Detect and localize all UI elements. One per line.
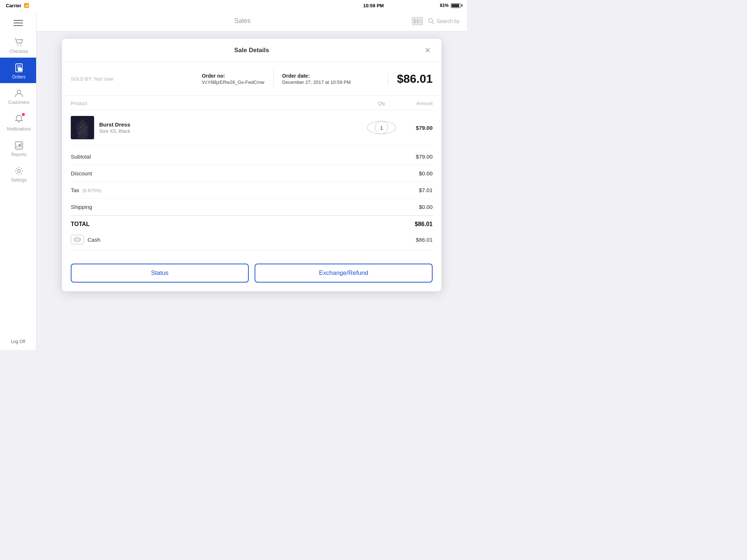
content-area: Sales <box>36 11 467 350</box>
tax-label: Tax (8.875%) <box>71 187 101 193</box>
notification-icon-wrapper <box>14 114 24 125</box>
logoff-button[interactable]: Log Off <box>11 333 25 350</box>
total-value: $86.01 <box>415 221 433 228</box>
wifi-icon: 📶 <box>24 3 29 8</box>
notification-dot <box>22 113 25 116</box>
svg-point-32 <box>84 129 85 130</box>
product-table: Product Qty Amount <box>62 96 441 145</box>
svg-point-36 <box>85 127 85 127</box>
summary-section: Subtotal $79.00 Discount $0.00 Tax (8.87… <box>62 145 441 256</box>
svg-marker-27 <box>76 118 89 139</box>
svg-point-8 <box>17 90 21 94</box>
battery-percentage: 81% <box>440 3 449 8</box>
page-title: Sales <box>73 17 412 25</box>
cash-icon <box>71 235 84 244</box>
product-details: Burst Dress Size XS, Black <box>99 121 130 134</box>
svg-line-26 <box>432 22 434 24</box>
status-bar-time: 10:59 PM <box>363 3 384 8</box>
order-total-amount: $86.01 <box>388 72 433 86</box>
sidebar-item-notifications[interactable]: Notifications <box>0 109 36 135</box>
status-bar-left: Carrier 📶 <box>6 3 29 8</box>
customers-label: Customers <box>8 100 29 105</box>
settings-icon <box>14 166 24 176</box>
notifications-label: Notifications <box>7 127 31 132</box>
main-content: Sale Details ✕ SOLD BY: Test User Order … <box>36 31 467 350</box>
discount-row: Discount $0.00 <box>71 165 433 182</box>
modal-header: Sale Details ✕ <box>62 39 441 62</box>
action-buttons: Status Exchange/Refund <box>62 256 441 291</box>
subtotal-row: Subtotal $79.00 <box>71 148 433 165</box>
total-row: TOTAL $86.01 <box>71 215 433 231</box>
svg-point-25 <box>429 19 433 23</box>
svg-point-34 <box>83 132 84 132</box>
product-image <box>73 117 92 139</box>
subtotal-label: Subtotal <box>71 153 91 160</box>
svg-point-33 <box>81 131 82 132</box>
status-bar: Carrier 📶 10:59 PM 81% <box>0 0 467 11</box>
svg-point-31 <box>82 125 83 126</box>
tax-rate: (8.875%) <box>82 188 102 193</box>
search-icon <box>428 18 434 24</box>
order-info-row: SOLD BY: Test User Order no: VcY6BjzERw2… <box>62 62 441 96</box>
order-date-label: Order date: <box>282 73 351 79</box>
payment-amount: $86.01 <box>416 237 433 243</box>
order-date-value: December 27, 2017 at 10:59 PM <box>282 79 351 85</box>
product-variant: Size XS, Black <box>99 128 130 134</box>
modal-title: Sale Details <box>81 47 422 54</box>
table-header: Product Qty Amount <box>71 96 433 110</box>
battery-icon <box>451 3 461 8</box>
shipping-value: $0.00 <box>419 204 433 210</box>
svg-point-30 <box>80 127 81 128</box>
order-no-value: VcY6BjzERw26_Gs-FedCmw <box>202 79 264 85</box>
subtotal-value: $79.00 <box>416 153 433 160</box>
col-amount-header: Amount <box>396 101 433 106</box>
tax-value: $7.01 <box>419 187 433 193</box>
shipping-row: Shipping $0.00 <box>71 199 433 215</box>
order-details-center: Order no: VcY6BjzERw26_Gs-FedCmw Order d… <box>174 70 379 88</box>
exchange-refund-button[interactable]: Exchange/Refund <box>255 264 433 283</box>
barcode-button[interactable] <box>412 17 423 25</box>
svg-point-38 <box>76 238 79 241</box>
sale-details-modal: Sale Details ✕ SOLD BY: Test User Order … <box>62 39 441 291</box>
barcode-icon <box>412 17 423 25</box>
svg-point-0 <box>17 45 18 46</box>
checkout-label: Checkout <box>9 49 28 54</box>
hamburger-icon <box>13 20 23 26</box>
sidebar: Checkout $ Orders Customers <box>0 11 36 350</box>
tax-row: Tax (8.875%) $7.01 <box>71 182 433 199</box>
payment-method: Cash <box>88 237 100 243</box>
top-bar: Sales <box>36 11 467 31</box>
customers-icon <box>14 88 24 98</box>
search-label: Search by <box>437 18 460 24</box>
sidebar-item-settings[interactable]: Settings <box>0 161 36 186</box>
settings-label: Settings <box>11 178 27 183</box>
product-info: Burst Dress Size XS, Black <box>71 116 367 139</box>
shipping-label: Shipping <box>71 204 92 210</box>
order-date-section: Order date: December 27, 2017 at 10:59 P… <box>274 73 360 85</box>
modal-close-button[interactable]: ✕ <box>422 45 433 55</box>
sold-by-label: SOLD BY: Test User <box>71 76 174 82</box>
product-amount: $79.00 <box>396 125 433 131</box>
orders-icon: $ <box>14 63 24 73</box>
qty-circle: 1 <box>375 121 388 134</box>
payment-label: Cash <box>71 235 100 244</box>
svg-text:$: $ <box>19 144 20 146</box>
sidebar-item-checkout[interactable]: Checkout <box>0 32 36 58</box>
app-body: Checkout $ Orders Customers <box>0 11 467 350</box>
discount-value: $0.00 <box>419 170 433 176</box>
sidebar-item-reports[interactable]: $ Reports <box>0 135 36 161</box>
svg-point-35 <box>80 133 80 133</box>
carrier-label: Carrier <box>6 3 22 8</box>
top-bar-actions: Search by <box>412 17 460 25</box>
payment-row: Cash $86.01 <box>71 231 433 250</box>
search-button[interactable]: Search by <box>428 18 460 24</box>
sidebar-item-customers[interactable]: Customers <box>0 83 36 109</box>
sidebar-item-orders[interactable]: $ Orders <box>0 58 36 83</box>
svg-point-1 <box>20 45 21 46</box>
cart-icon <box>14 37 24 47</box>
svg-point-15 <box>18 170 20 172</box>
hamburger-button[interactable] <box>0 14 36 32</box>
status-button[interactable]: Status <box>71 264 249 283</box>
total-label: TOTAL <box>71 221 90 228</box>
cash-symbol <box>73 237 81 242</box>
